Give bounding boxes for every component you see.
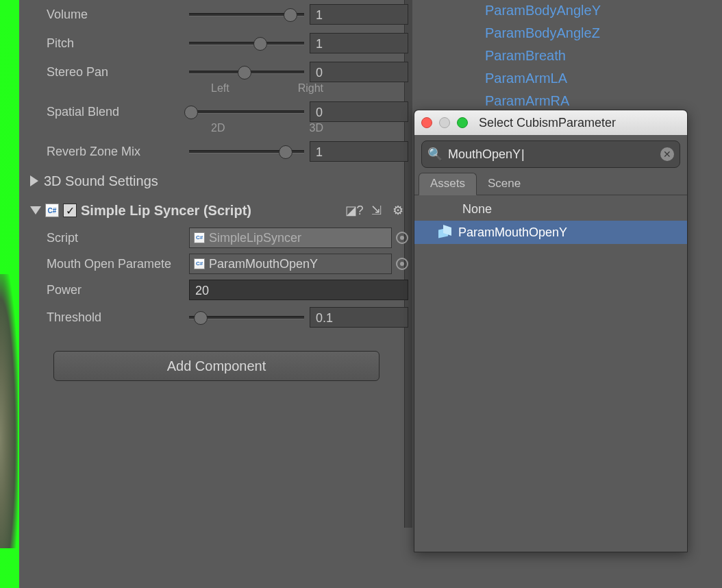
object-picker-icon[interactable] <box>396 258 408 270</box>
add-component-button[interactable]: Add Component <box>53 351 379 381</box>
mouth-param-value: ParamMouthOpenY <box>209 254 318 274</box>
popup-search-field[interactable]: 🔍 MouthOpenY ✕ <box>421 140 680 168</box>
volume-value[interactable]: 1 <box>310 4 408 25</box>
script-icon: C# <box>194 232 205 243</box>
gear-icon[interactable]: ⚙ <box>390 203 406 218</box>
popup-titlebar[interactable]: Select CubismParameter <box>414 110 687 135</box>
object-picker-icon[interactable] <box>396 232 408 244</box>
reverb-slider[interactable] <box>189 150 304 154</box>
result-item-selected[interactable]: ParamMouthOpenY <box>414 221 687 244</box>
mouth-param-label: Mouth Open Paramete <box>25 257 189 271</box>
component-header[interactable]: C# ✓ Simple Lip Syncer (Script) ◪? ⇲ ⚙ <box>25 196 408 225</box>
result-item-label: ParamMouthOpenY <box>458 225 567 240</box>
script-icon: C# <box>45 204 59 217</box>
power-label: Power <box>25 283 189 297</box>
stereo-value[interactable]: 0 <box>310 62 408 82</box>
3d-sound-settings-label: 3D Sound Settings <box>44 173 158 189</box>
mouth-param-row: Mouth Open Paramete C# ParamMouthOpenY <box>25 251 408 277</box>
power-row: Power 20 <box>25 277 408 303</box>
stereo-right-label: Right <box>245 82 323 95</box>
chevron-right-icon <box>30 175 38 186</box>
pitch-slider[interactable] <box>189 42 304 45</box>
component-header-icons: ◪? ⇲ ⚙ <box>347 203 408 218</box>
threshold-label: Threshold <box>25 310 189 325</box>
tab-scene[interactable]: Scene <box>477 173 532 195</box>
stereo-sublabels: Left Right <box>25 82 408 95</box>
param-link[interactable]: ParamArmLA <box>416 68 697 90</box>
threshold-value[interactable]: 0.1 <box>310 307 408 328</box>
script-object-field[interactable]: C# SimpleLipSyncer <box>189 228 392 248</box>
pitch-row: Pitch 1 <box>25 29 408 58</box>
param-link[interactable]: ParamBreath <box>416 45 697 68</box>
spatial-label: Spatial Blend <box>25 105 189 119</box>
slider-thumb[interactable] <box>284 8 297 22</box>
inspector-panel: Volume 1 Pitch 1 Stereo Pan 0 Left Right… <box>25 0 408 588</box>
reverb-row: Reverb Zone Mix 1 <box>25 137 408 166</box>
check-icon: ✓ <box>66 204 75 217</box>
component-enable-checkbox[interactable]: ✓ <box>63 204 77 217</box>
volume-row: Volume 1 <box>25 0 408 29</box>
volume-label: Volume <box>25 8 189 22</box>
threshold-slider[interactable] <box>189 316 304 319</box>
slider-thumb[interactable] <box>279 145 292 159</box>
spatial-value[interactable]: 0 <box>310 101 408 122</box>
scene-art-strip <box>0 0 19 588</box>
result-none[interactable]: None <box>414 198 687 221</box>
script-icon: C# <box>194 258 205 269</box>
power-input[interactable]: 20 <box>189 280 408 300</box>
pitch-label: Pitch <box>25 36 189 51</box>
reverb-label: Reverb Zone Mix <box>25 145 189 159</box>
3d-sound-settings-foldout[interactable]: 3D Sound Settings <box>25 166 408 196</box>
spatial-right-label: 3D <box>245 122 323 134</box>
spatial-slider[interactable] <box>189 110 304 114</box>
prefab-icon <box>436 225 451 240</box>
pitch-value[interactable]: 1 <box>310 33 408 53</box>
search-icon: 🔍 <box>427 147 443 162</box>
stereo-label: Stereo Pan <box>25 65 189 79</box>
stereo-slider[interactable] <box>189 71 304 74</box>
component-title: Simple Lip Syncer (Script) <box>81 203 251 219</box>
close-icon[interactable] <box>421 117 432 128</box>
popup-tabs: Assets Scene <box>414 173 687 195</box>
minimize-icon[interactable] <box>439 117 450 128</box>
parameter-link-list: ParamBodyAngleY ParamBodyAngleZ ParamBre… <box>416 0 697 113</box>
zoom-icon[interactable] <box>457 117 468 128</box>
object-picker-popup: Select CubismParameter 🔍 MouthOpenY ✕ As… <box>414 110 688 552</box>
volume-slider[interactable] <box>189 13 304 16</box>
stereo-left-label: Left <box>211 82 245 95</box>
threshold-row: Threshold 0.1 <box>25 303 408 332</box>
search-input-text[interactable]: MouthOpenY <box>448 147 655 162</box>
script-value: SimpleLipSyncer <box>209 228 301 248</box>
mouth-param-object-field[interactable]: C# ParamMouthOpenY <box>189 254 392 274</box>
tab-assets[interactable]: Assets <box>419 173 477 195</box>
script-field-label: Script <box>25 231 189 245</box>
reverb-value[interactable]: 1 <box>310 141 408 162</box>
script-field-row: Script C# SimpleLipSyncer <box>25 225 408 251</box>
slider-thumb[interactable] <box>253 37 267 51</box>
spatial-sublabels: 2D 3D <box>25 122 408 134</box>
preset-icon[interactable]: ⇲ <box>369 203 384 218</box>
add-component-label: Add Component <box>167 358 266 374</box>
slider-thumb[interactable] <box>184 106 198 119</box>
resize-handle-icon[interactable] <box>523 543 578 548</box>
spatial-left-label: 2D <box>211 122 245 134</box>
param-link[interactable]: ParamBodyAngleY <box>416 0 697 23</box>
slider-thumb[interactable] <box>194 311 208 325</box>
help-icon[interactable]: ◪? <box>347 203 362 218</box>
slider-thumb[interactable] <box>238 66 251 79</box>
popup-title: Select CubismParameter <box>479 116 616 130</box>
chevron-down-icon <box>30 206 41 215</box>
clear-search-icon[interactable]: ✕ <box>660 147 674 161</box>
popup-results: None ParamMouthOpenY <box>414 195 687 552</box>
param-link[interactable]: ParamBodyAngleZ <box>416 23 697 45</box>
